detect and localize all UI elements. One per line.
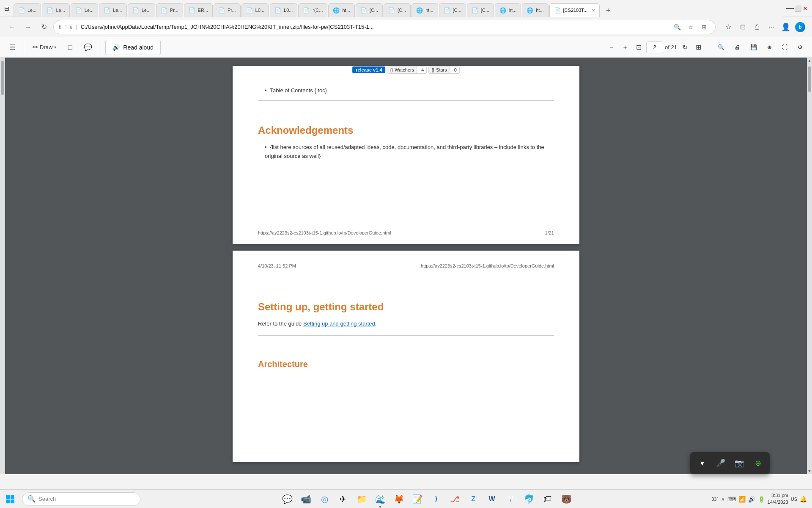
tab-11[interactable]: 📄*(C... [298, 3, 327, 17]
zoom-out-button[interactable]: − [606, 41, 617, 53]
tab-13[interactable]: 📄[C... [356, 3, 383, 17]
save-button[interactable]: 💾 [746, 41, 761, 54]
tab-2[interactable]: 📄Le... [42, 3, 69, 17]
tab-7[interactable]: 📄ER... [184, 3, 213, 17]
page-number-input[interactable] [646, 41, 663, 53]
taskbar-app-firefox[interactable]: 🦊 [390, 490, 407, 508]
share-button[interactable]: ⎙ [750, 20, 764, 34]
zoom-in-button[interactable]: + [619, 41, 631, 53]
pdf-menu-button[interactable]: ☰ [5, 41, 19, 54]
system-tray-expand[interactable]: ∧ [721, 496, 725, 502]
bing-button[interactable]: b [793, 20, 807, 34]
toc-item: Table of Contents {:toc} [258, 87, 554, 94]
volume-icon[interactable]: 🔊 [748, 496, 755, 502]
taskbar-app-bear[interactable]: 🐻 [558, 490, 575, 508]
tab-12[interactable]: 🌐ht... [328, 3, 354, 17]
maximize-button[interactable]: ⬜ [794, 5, 801, 12]
fit-width-button[interactable]: ⊞ [692, 41, 704, 53]
taskbar-app-vscode[interactable]: ⟩ [428, 490, 444, 508]
mute-microphone-button[interactable]: 🎤 [712, 455, 729, 472]
rotate-button[interactable]: ↻ [679, 41, 691, 53]
eraser-button[interactable]: ◻ [63, 41, 77, 54]
protocol-label: File [64, 24, 72, 30]
taskbar-app-word[interactable]: W [483, 490, 500, 508]
tab-15[interactable]: 🌐ht... [411, 3, 438, 17]
refresh-button[interactable]: ↻ [37, 20, 51, 34]
disable-camera-button[interactable]: 📷 [731, 455, 748, 472]
taskbar-app-edge[interactable]: 🌊 [372, 490, 389, 508]
taskbar-app-videochat[interactable]: 📹 [297, 490, 314, 508]
notifications-icon[interactable]: 🔔 [800, 496, 807, 502]
taskbar-system-area: 33° ∧ ⌨ 📶 🔊 🔋 3:31 pm 14/4/2023 US 🔔 [711, 492, 812, 505]
battery-icon[interactable]: 🔋 [758, 496, 765, 502]
wifi-icon[interactable]: 📶 [738, 496, 746, 502]
favorites-button[interactable]: ☆ [721, 20, 735, 34]
draw-button[interactable]: ✏ Draw ▾ [28, 41, 60, 54]
right-scrollbar[interactable]: ▲ ▼ [807, 58, 812, 474]
taskbar-app-files[interactable]: 📁 [353, 490, 370, 508]
read-aloud-button[interactable]: 🔊 Read aloud [105, 40, 161, 55]
tab-10[interactable]: 📄L0... [270, 3, 297, 17]
pdf-right-tools: 🔍 🖨 💾 ⊕ ⛶ ⚙ [713, 41, 807, 54]
watchers-badge: {} Watchers 4 [387, 66, 427, 74]
tab-9[interactable]: 📄L0... [241, 3, 269, 17]
address-bar[interactable]: ℹ File | C:/Users/johnc/AppData/Local/Te… [53, 20, 716, 34]
taskbar-app-zoom[interactable]: Z [465, 490, 482, 508]
tab-18[interactable]: 🌐ht... [495, 3, 521, 17]
start-button[interactable] [0, 490, 20, 508]
fit-page-button[interactable]: ⊡ [633, 41, 645, 53]
tab-close-button[interactable]: ✕ [592, 8, 595, 13]
tab-20-active[interactable]: 📄 [CS2103T... ✕ [549, 3, 600, 17]
back-button[interactable]: ← [5, 20, 19, 34]
eraser-icon: ◻ [67, 43, 73, 51]
taskbar-app-chrome[interactable]: ◎ [316, 490, 333, 508]
print-button[interactable]: 🖨 [730, 41, 744, 54]
bear-icon: 🐻 [561, 494, 572, 504]
taskbar-app-teams[interactable]: 💬 [279, 490, 296, 508]
tab-3[interactable]: 📄Le... [71, 3, 98, 17]
pdf-settings-button[interactable]: ⚙ [793, 41, 807, 54]
menu-icon: ☰ [9, 43, 15, 51]
files-icon: 📁 [357, 494, 367, 504]
close-button[interactable]: ✕ [802, 5, 809, 12]
tab-4[interactable]: 📄Le... [99, 3, 126, 17]
taskbar-app-git[interactable]: ⎇ [446, 490, 463, 508]
taskbar-app-note[interactable]: 📝 [409, 490, 426, 508]
bookmark-star[interactable]: ☆ [685, 21, 697, 33]
browser-options[interactable]: ··· [765, 20, 778, 34]
fullscreen-button[interactable]: ⛶ [778, 41, 792, 54]
taskbar-search-box[interactable]: 🔍 Search [22, 492, 140, 506]
pdf-scroll-area[interactable]: release v1.4 {} Watchers 4 {} Stars 0 [5, 58, 807, 474]
tab-16[interactable]: 📄[C... [439, 3, 466, 17]
taskbar-app-sourcetree[interactable]: ⑂ [502, 490, 519, 508]
share-screen-button[interactable]: ⊕ [749, 455, 766, 472]
zoom-in-address[interactable]: 🔍 [671, 21, 683, 33]
bing-icon: b [795, 22, 805, 32]
sidebar-toggle[interactable]: ⊡ [736, 20, 749, 34]
keyboard-icon[interactable]: ⌨ [727, 496, 736, 502]
minimize-button[interactable]: — [787, 5, 793, 12]
system-clock[interactable]: 3:31 pm 14/4/2023 [768, 492, 788, 505]
acknowledgements-bullet: {list here sources of all reused/adapted… [258, 143, 554, 161]
tab-5[interactable]: 📄Le... [128, 3, 155, 17]
taskbar-app-mysql[interactable]: 🐬 [521, 490, 538, 508]
setting-link[interactable]: Setting up and getting started [303, 320, 375, 327]
profile-button[interactable]: 👤 [779, 20, 793, 34]
read-aloud-collapse-button[interactable]: ▾ [694, 455, 710, 472]
collections-icon[interactable]: ⊞ [698, 21, 710, 33]
taskbar-app-telegram[interactable]: ✈ [335, 490, 351, 508]
left-scrollbar[interactable] [0, 58, 5, 474]
tab-8[interactable]: 📄Pr... [214, 3, 241, 17]
tab-19[interactable]: 🌐ht... [522, 3, 548, 17]
tab-14[interactable]: 📄[C... [384, 3, 411, 17]
taskbar-app-teams2[interactable]: 🏷 [539, 490, 556, 508]
tab-1[interactable]: 📄Le... [14, 3, 41, 17]
tab-17[interactable]: 📄[C... [467, 3, 494, 17]
window-menu-button[interactable]: ⊟ [3, 5, 10, 12]
tab-6[interactable]: 📄Pr... [156, 3, 183, 17]
search-pdf-button[interactable]: 🔍 [713, 41, 729, 54]
comment-button[interactable]: 💬 [80, 41, 96, 54]
add-page-button[interactable]: ⊕ [763, 41, 776, 54]
forward-button[interactable]: → [21, 20, 35, 34]
new-tab-button[interactable]: + [602, 5, 614, 17]
